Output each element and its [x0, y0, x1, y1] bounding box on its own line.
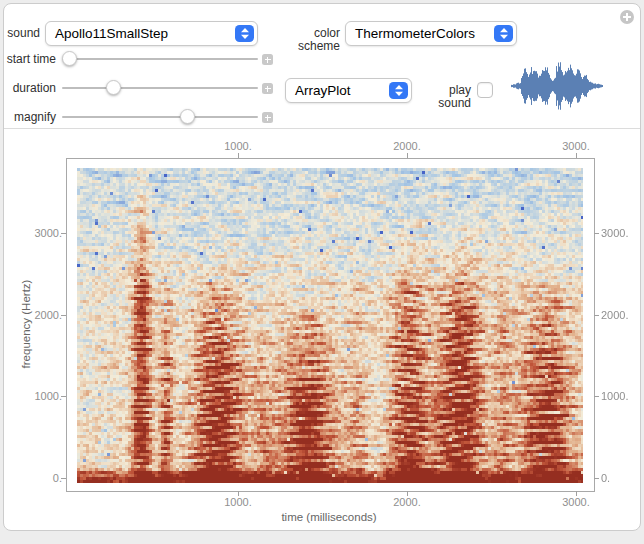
magnify-label: magnify — [0, 111, 56, 124]
play-sound-checkbox[interactable] — [477, 82, 493, 98]
y-tick-mark-left — [61, 396, 66, 397]
y-tick-mark-left — [61, 478, 66, 479]
x-tick-label-top: 1000. — [214, 140, 262, 152]
y-tick-label-right: 1000. — [601, 390, 644, 402]
x-tick-label-bottom: 2000. — [383, 496, 431, 508]
y-tick-mark-right — [594, 233, 599, 234]
magnify-step-button[interactable] — [262, 112, 273, 123]
play-sound-label: play sound — [419, 84, 471, 110]
y-tick-label-left: 3000. — [14, 227, 62, 239]
control-area-divider — [4, 128, 640, 129]
magnify-slider-track[interactable] — [62, 116, 258, 118]
x-axis-title: time (milliseconds) — [229, 511, 429, 523]
y-tick-label-left: 0. — [14, 472, 62, 484]
expand-button[interactable] — [620, 10, 634, 24]
y-axis-title: frequency (Hertz) — [20, 264, 32, 384]
y-tick-label-left: 1000. — [14, 390, 62, 402]
sound-label: sound — [0, 27, 40, 40]
x-tick-label-bottom: 1000. — [214, 496, 262, 508]
x-tick-label-top: 2000. — [383, 140, 431, 152]
y-tick-mark-right — [594, 396, 599, 397]
duration-step-button[interactable] — [262, 83, 273, 94]
chevron-up-down-icon — [389, 82, 408, 99]
start-time-label: start time — [0, 53, 56, 66]
x-tick-label-top: 3000. — [552, 140, 600, 152]
color-scheme-label: color scheme — [270, 27, 340, 53]
y-tick-label-right: 0. — [601, 472, 644, 484]
spectrogram-image — [77, 168, 583, 483]
audio-waveform-image — [511, 57, 603, 115]
x-tick-label-bottom: 3000. — [552, 496, 600, 508]
duration-slider-track[interactable] — [62, 87, 258, 89]
y-tick-mark-left — [61, 315, 66, 316]
y-tick-mark-right — [594, 315, 599, 316]
chevron-up-down-icon — [494, 25, 513, 42]
manipulate-panel: sound Apollo11SmallStep color scheme The… — [0, 0, 644, 544]
x-tick-mark-top — [576, 153, 577, 158]
y-tick-label-right: 2000. — [601, 309, 644, 321]
x-tick-mark-top — [407, 153, 408, 158]
magnify-slider-thumb[interactable] — [180, 109, 195, 124]
color-scheme-dropdown-value: ThermometerColors — [346, 26, 516, 41]
y-tick-mark-right — [594, 478, 599, 479]
sound-dropdown[interactable]: Apollo11SmallStep — [45, 21, 258, 46]
sound-dropdown-value: Apollo11SmallStep — [46, 26, 257, 41]
chevron-up-down-icon — [235, 25, 254, 42]
x-tick-mark-top — [238, 153, 239, 158]
color-scheme-dropdown[interactable]: ThermometerColors — [345, 21, 517, 46]
y-tick-label-left: 2000. — [14, 309, 62, 321]
duration-label: duration — [0, 82, 56, 95]
start-time-slider-track[interactable] — [62, 58, 258, 60]
y-tick-label-right: 3000. — [601, 227, 644, 239]
plot-type-dropdown[interactable]: ArrayPlot — [285, 78, 412, 103]
start-time-step-button[interactable] — [262, 54, 273, 65]
y-tick-mark-left — [61, 233, 66, 234]
